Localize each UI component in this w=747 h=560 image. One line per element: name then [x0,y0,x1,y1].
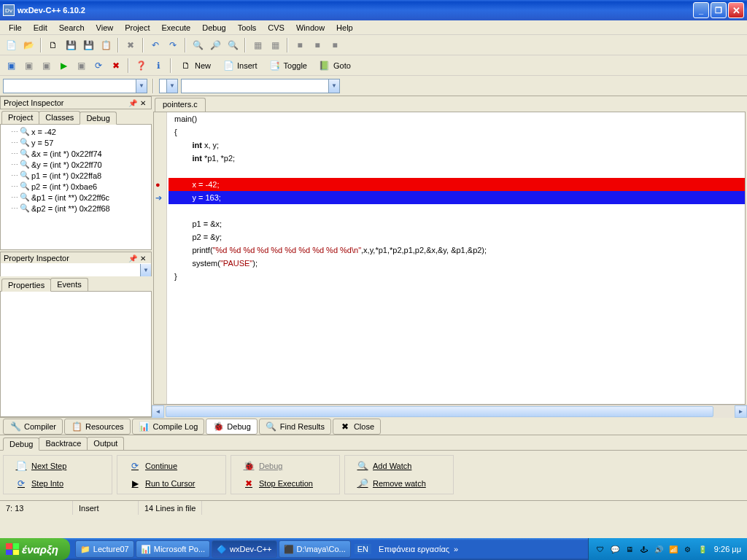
step-into-button[interactable]: ⟳Step Into [9,476,106,491]
prop-tab-events[interactable]: Events [50,278,88,291]
bottom-tab-compiler[interactable]: 🔧Compiler [3,419,63,435]
dbg-pause-icon[interactable]: ▣ [73,58,89,74]
menu-help[interactable]: Help [330,22,359,34]
combo2[interactable]: ▼ [159,79,178,93]
tray-icon[interactable]: 🖥 [624,543,635,555]
watch-item[interactable]: ⋯🔍 &p1 = (int **) 0x22ff6c [2,192,150,203]
task-button[interactable]: ⬛D:\maya\Co... [279,540,351,558]
combo1[interactable]: ▼ [3,79,147,93]
tray-icon[interactable]: ⚙ [682,543,694,555]
tray-icon[interactable]: 🔋 [697,543,708,555]
stop-execution-button[interactable]: ✖Stop Execution [237,476,333,491]
menu-debug[interactable]: Debug [196,22,231,34]
watch-item[interactable]: ⋯🔍 &y = (int *) 0x22ff70 [2,159,150,170]
systray[interactable]: 🛡 💬 🖥 🕹 🔊 📶 ⚙ 🔋 9:26 μμ [588,538,747,560]
more-tasks-icon[interactable]: » [454,545,458,553]
editor-gutter[interactable]: ●➔ [154,112,167,404]
task-button[interactable]: 📁Lecture07 [75,540,134,558]
watch-item[interactable]: ⋯🔍 p2 = (int *) 0xbae6 [2,181,150,192]
project-tab-project[interactable]: Project [1,111,39,124]
insert-button[interactable]: 📄Insert [217,58,263,74]
close-file-icon[interactable]: ✖ [123,37,139,53]
dbg-stop-icon[interactable]: ✖ [108,58,124,74]
menu-execute[interactable]: Execute [155,22,196,34]
rebuild-icon[interactable]: ■ [292,37,308,53]
code-area[interactable]: main(){ int x, y; int *p1, *p2; x = -42;… [169,112,745,283]
close-panel-icon[interactable]: ✕ [138,253,148,263]
debug-tab-backtrace[interactable]: Backtrace [39,437,88,450]
find-icon[interactable]: 🔍 [190,37,206,53]
menu-window[interactable]: Window [290,22,330,34]
menu-edit[interactable]: Edit [28,22,53,34]
save-icon[interactable]: 💾 [63,37,79,53]
taskbar[interactable]: έναρξη 📁Lecture07📊Microsoft Po...🔷wxDev-… [0,538,747,560]
pin-icon[interactable]: 📌 [128,98,138,108]
dbg-step-icon[interactable]: ▣ [3,58,19,74]
new-file-icon[interactable]: 🗋 [45,37,61,53]
add-watch-button[interactable]: 🔍Add Watch [351,459,447,473]
watch-item[interactable]: ⋯🔍 x = -42 [2,126,150,137]
bottom-tab-compile-log[interactable]: 📊Compile Log [132,419,205,435]
debug-tab-output[interactable]: Output [87,437,124,450]
editor-hscroll[interactable]: ◄ ► [152,405,747,417]
saveall-icon[interactable]: 💾 [80,37,96,53]
bottom-tab-resources[interactable]: 📋Resources [64,419,131,435]
minimize-button[interactable]: _ [693,2,709,18]
run-to-cursor-button[interactable]: ▶Run to Cursor [123,476,220,491]
debug-watch-tree[interactable]: ⋯🔍 x = -42⋯🔍 y = 57⋯🔍 &x = (int *) 0x22f… [0,125,152,250]
code-editor[interactable]: ●➔ main(){ int x, y; int *p1, *p2; x = -… [153,112,746,405]
dbg-continue-icon[interactable]: ⟳ [90,58,107,74]
scroll-right-icon[interactable]: ► [735,405,747,418]
continue-button[interactable]: ⟳Continue [123,459,220,473]
redo-icon[interactable]: ↷ [165,37,181,53]
menu-view[interactable]: View [90,22,120,34]
goto-button[interactable]: 📗Goto [314,58,356,74]
prop-combo[interactable]: ▼ [1,263,151,278]
taskbar-clock[interactable]: 9:26 μμ [714,545,741,553]
menu-tools[interactable]: Tools [232,22,263,34]
run-icon[interactable]: ▦ [267,37,283,53]
bottom-tab-find-results[interactable]: 🔍Find Results [259,419,331,435]
editor-tab[interactable]: pointers.c [155,98,206,112]
prop-tab-properties[interactable]: Properties [1,279,51,292]
scroll-left-icon[interactable]: ◄ [152,405,164,418]
lang-indicator[interactable]: EN [355,544,371,554]
pin-icon[interactable]: 📌 [128,253,138,263]
tray-icon[interactable]: 🔊 [653,543,665,555]
close-panel-icon[interactable]: ✕ [138,98,148,108]
watch-item[interactable]: ⋯🔍 &p2 = (int **) 0x22ff68 [2,203,150,214]
menu-cvs[interactable]: CVS [262,22,290,34]
help-icon[interactable]: ❓ [133,58,149,74]
new-button[interactable]: 🗋New [175,58,216,74]
bottom-tab-debug[interactable]: 🐞Debug [206,419,257,435]
close-button[interactable]: ✕ [728,2,744,18]
dbg-over-icon[interactable]: ▣ [20,58,36,74]
titlebar[interactable]: Dv wxDev-C++ 6.10.2 _ ❐ ✕ [0,0,747,20]
tray-icon[interactable]: 💬 [609,543,621,555]
debug-tab-debug[interactable]: Debug [3,438,39,451]
tray-icon[interactable]: 📶 [667,543,679,555]
task-button[interactable]: 📊Microsoft Po... [136,540,210,558]
open-icon[interactable]: 📂 [20,37,36,53]
dbg-run-icon[interactable]: ▶ [55,58,71,74]
tray-icon[interactable]: 🕹 [638,543,650,555]
findnext-icon[interactable]: 🔍 [225,37,241,53]
replace-icon[interactable]: 🔎 [207,37,223,53]
dbg-into-icon[interactable]: ▣ [38,58,54,74]
remove-watch-button[interactable]: 🔎Remove watch [351,476,447,491]
watch-item[interactable]: ⋯🔍 y = 57 [2,137,150,148]
combo3[interactable]: ▼ [181,79,340,93]
watch-item[interactable]: ⋯🔍 &x = (int *) 0x22ff74 [2,148,150,159]
profile-icon[interactable]: ■ [327,37,343,53]
breakpoint-icon[interactable]: ● [155,180,164,189]
start-button[interactable]: έναρξη [0,538,70,560]
compile-icon[interactable]: ▦ [249,37,266,53]
bottom-tab-close[interactable]: ✖Close [333,419,381,435]
toggle-button[interactable]: 📑Toggle [264,58,312,74]
maximize-button[interactable]: ❐ [711,2,727,18]
project-tab-classes[interactable]: Classes [39,111,80,124]
debug-icon[interactable]: ■ [309,37,325,53]
menu-project[interactable]: Project [119,22,155,34]
project-tab-debug[interactable]: Debug [80,112,116,125]
new-project-icon[interactable]: 📄 [3,37,19,53]
